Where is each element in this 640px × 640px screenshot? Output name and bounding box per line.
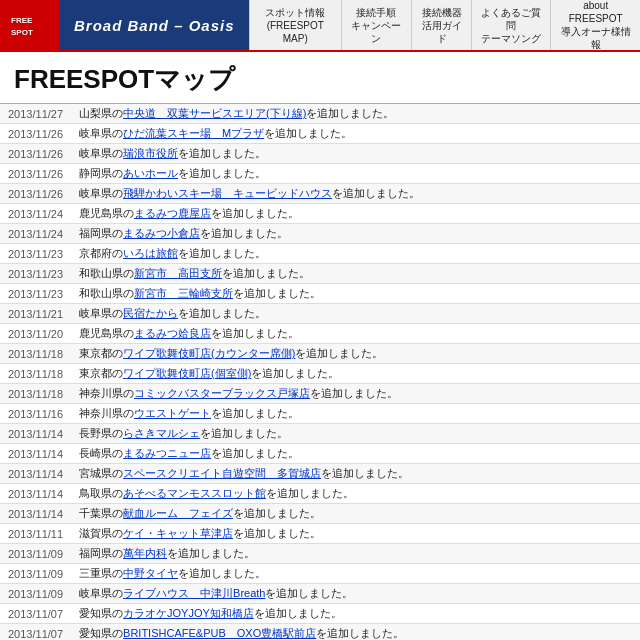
- entry-link[interactable]: まるみつ鹿屋店: [134, 207, 211, 219]
- entry-prefix: 神奈川県の: [79, 407, 134, 419]
- entry-suffix: を追加しました。: [222, 267, 310, 279]
- entry-prefix: 長崎県の: [79, 447, 123, 459]
- entry-prefix: 愛知県の: [79, 607, 123, 619]
- table-row: 2013/11/14千葉県の献血ルーム フェイズを追加しました。: [0, 504, 640, 524]
- entry-suffix: を追加しました。: [295, 347, 383, 359]
- entry-link[interactable]: ケイ・キャット草津店: [123, 527, 233, 539]
- table-row: 2013/11/26岐阜県の飛騨かわいスキー場 キュービッドハウスを追加しました…: [0, 184, 640, 204]
- entry-link[interactable]: ワイプ歌舞伎町店(カウンター席側): [123, 347, 295, 359]
- entry-link[interactable]: まるみつ小倉店: [123, 227, 200, 239]
- nav-line1: 接続機器: [422, 6, 462, 19]
- entry-date: 2013/11/20: [0, 324, 71, 344]
- entry-link[interactable]: 中央道 双葉サービスエリア(下り線): [123, 107, 306, 119]
- entry-date: 2013/11/07: [0, 624, 71, 641]
- entry-suffix: を追加しました。: [266, 487, 354, 499]
- entry-text: 東京都のワイプ歌舞伎町店(個室側)を追加しました。: [71, 364, 640, 384]
- entry-link[interactable]: あいホール: [123, 167, 178, 179]
- entry-date: 2013/11/07: [0, 604, 71, 624]
- nav-line2: (FREESPOT MAP): [257, 19, 334, 45]
- entry-link[interactable]: 新宮市 高田支所: [134, 267, 222, 279]
- nav-line1: about FREESPOT: [558, 0, 633, 25]
- page-title-area: FREESPOTマップ: [0, 52, 640, 104]
- entry-date: 2013/11/14: [0, 484, 71, 504]
- entry-link[interactable]: あそべるマンモススロット館: [123, 487, 266, 499]
- entry-suffix: を追加しました。: [233, 287, 321, 299]
- entry-prefix: 東京都の: [79, 347, 123, 359]
- table-row: 2013/11/14長崎県のまるみつニュー店を追加しました。: [0, 444, 640, 464]
- entry-date: 2013/11/14: [0, 504, 71, 524]
- entry-text: 京都府のいろは旅館を追加しました。: [71, 244, 640, 264]
- table-row: 2013/11/09岐阜県のライブハウス 中津川Breathを追加しました。: [0, 584, 640, 604]
- table-row: 2013/11/18東京都のワイプ歌舞伎町店(カウンター席側)を追加しました。: [0, 344, 640, 364]
- table-row: 2013/11/23和歌山県の新宮市 高田支所を追加しました。: [0, 264, 640, 284]
- logo-area: FREE SPOT: [0, 0, 60, 50]
- nav-item-device[interactable]: 接続機器活用ガイド: [411, 0, 472, 50]
- table-row: 2013/11/14宮城県のスペースクリエイト自遊空間 多賀城店を追加しました。: [0, 464, 640, 484]
- logo-line2: SPOT: [11, 28, 33, 37]
- entry-prefix: 岐阜県の: [79, 147, 123, 159]
- entry-date: 2013/11/14: [0, 424, 71, 444]
- entry-suffix: を追加しました。: [178, 167, 266, 179]
- table-row: 2013/11/24鹿児島県のまるみつ鹿屋店を追加しました。: [0, 204, 640, 224]
- entry-link[interactable]: まるみつ姶良店: [134, 327, 211, 339]
- entry-text: 山梨県の中央道 双葉サービスエリア(下り線)を追加しました。: [71, 104, 640, 124]
- entry-text: 鹿児島県のまるみつ姶良店を追加しました。: [71, 324, 640, 344]
- entry-text: 岐阜県の民宿たからを追加しました。: [71, 304, 640, 324]
- nav-line2: テーマソング: [481, 32, 541, 45]
- entry-link[interactable]: 瑞浪市役所: [123, 147, 178, 159]
- nav-item-connect[interactable]: 接続手順キャンペーン: [341, 0, 411, 50]
- entry-link[interactable]: 中野タイヤ: [123, 567, 178, 579]
- table-row: 2013/11/07愛知県のBRITISHCAFE&PUB OXO豊橋駅前店を追…: [0, 624, 640, 641]
- entry-link[interactable]: 新宮市 三輪崎支所: [134, 287, 233, 299]
- entry-link[interactable]: コミックバスターブラックス戸塚店: [134, 387, 310, 399]
- entry-link[interactable]: 献血ルーム フェイズ: [123, 507, 233, 519]
- entry-link[interactable]: 飛騨かわいスキー場 キュービッドハウス: [123, 187, 332, 199]
- entry-link[interactable]: ひだ流葉スキー場 Mプラザ: [123, 127, 264, 139]
- entry-link[interactable]: ライブハウス 中津川Breath: [123, 587, 265, 599]
- nav-line2: キャンペーン: [349, 19, 404, 45]
- entry-link[interactable]: BRITISHCAFE&PUB OXO豊橋駅前店: [123, 627, 316, 639]
- entry-suffix: を追加しました。: [306, 107, 394, 119]
- table-row: 2013/11/07愛知県のカラオケJOYJOY知和橋店を追加しました。: [0, 604, 640, 624]
- entry-date: 2013/11/24: [0, 224, 71, 244]
- entry-date: 2013/11/09: [0, 584, 71, 604]
- entry-date: 2013/11/26: [0, 184, 71, 204]
- nav-line1: よくあるご質問: [479, 6, 543, 32]
- entry-text: 岐阜県のひだ流葉スキー場 Mプラザを追加しました。: [71, 124, 640, 144]
- entry-suffix: を追加しました。: [211, 407, 299, 419]
- nav-item-spot[interactable]: スポット情報(FREESPOT MAP): [249, 0, 341, 50]
- entry-date: 2013/11/21: [0, 304, 71, 324]
- entry-suffix: を追加しました。: [178, 147, 266, 159]
- entry-link[interactable]: 萬年内科: [123, 547, 167, 559]
- entry-suffix: を追加しました。: [211, 327, 299, 339]
- entry-link[interactable]: まるみつニュー店: [123, 447, 211, 459]
- entry-prefix: 滋賀県の: [79, 527, 123, 539]
- entry-prefix: 三重県の: [79, 567, 123, 579]
- entry-text: 長崎県のまるみつニュー店を追加しました。: [71, 444, 640, 464]
- entry-link[interactable]: ウエストゲート: [134, 407, 211, 419]
- table-row: 2013/11/24福岡県のまるみつ小倉店を追加しました。: [0, 224, 640, 244]
- nav-item-about[interactable]: about FREESPOT導入オーナ様情報: [550, 0, 640, 50]
- nav-line1: スポット情報: [265, 6, 325, 19]
- table-row: 2013/11/23和歌山県の新宮市 三輪崎支所を追加しました。: [0, 284, 640, 304]
- table-row: 2013/11/27山梨県の中央道 双葉サービスエリア(下り線)を追加しました。: [0, 104, 640, 124]
- entry-link[interactable]: 民宿たから: [123, 307, 178, 319]
- entry-text: 福岡県の萬年内科を追加しました。: [71, 544, 640, 564]
- entry-suffix: を追加しました。: [233, 527, 321, 539]
- entry-text: 和歌山県の新宮市 高田支所を追加しました。: [71, 264, 640, 284]
- entry-text: 宮城県のスペースクリエイト自遊空間 多賀城店を追加しました。: [71, 464, 640, 484]
- entry-prefix: 岐阜県の: [79, 587, 123, 599]
- entry-suffix: を追加しました。: [200, 427, 288, 439]
- entry-date: 2013/11/16: [0, 404, 71, 424]
- entry-link[interactable]: カラオケJOYJOY知和橋店: [123, 607, 254, 619]
- entry-suffix: を追加しました。: [310, 387, 398, 399]
- entry-link[interactable]: いろは旅館: [123, 247, 178, 259]
- entry-link[interactable]: スペースクリエイト自遊空間 多賀城店: [123, 467, 321, 479]
- entry-link[interactable]: ワイプ歌舞伎町店(個室側): [123, 367, 251, 379]
- entry-suffix: を追加しました。: [178, 247, 266, 259]
- entry-suffix: を追加しました。: [332, 187, 420, 199]
- nav-item-faq[interactable]: よくあるご質問テーマソング: [471, 0, 550, 50]
- entry-prefix: 岐阜県の: [79, 127, 123, 139]
- freespot-logo: FREE SPOT: [6, 11, 38, 39]
- entry-link[interactable]: らさきマルシェ: [123, 427, 200, 439]
